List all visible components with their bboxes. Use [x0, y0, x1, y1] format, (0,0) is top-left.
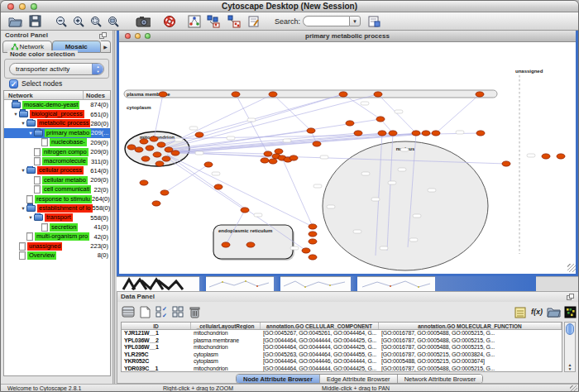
node-color-dropdown[interactable]: transporter activity ▲▼: [9, 63, 104, 75]
background-window-sliver[interactable]: [117, 276, 199, 291]
network-node[interactable]: [195, 132, 203, 137]
column-header[interactable]: _cellularLayoutRegion: [191, 323, 261, 329]
network-node[interactable]: [150, 136, 158, 141]
tree-row[interactable]: mosaic-demo-yeast874(0): [4, 100, 110, 109]
network-node[interactable]: [222, 242, 230, 247]
tab-edge-attribute-browser[interactable]: Edge Attribute Browser: [320, 375, 398, 383]
network-node[interactable]: [432, 131, 440, 136]
function-builder-button[interactable]: f(x): [529, 304, 544, 319]
help-button[interactable]: [162, 14, 177, 29]
open-session-button[interactable]: [7, 14, 22, 29]
network-selection-button[interactable]: [227, 14, 242, 29]
tab-node-attribute-browser[interactable]: Node Attribute Browser: [237, 375, 320, 383]
tree-row[interactable]: secretion41(0): [4, 222, 110, 232]
tree-row[interactable]: ▼biological_process651(0): [4, 109, 110, 118]
zoom-out-button[interactable]: [54, 14, 69, 29]
network-node[interactable]: [246, 242, 255, 247]
network-node[interactable]: [374, 92, 382, 97]
network-node[interactable]: [302, 248, 310, 253]
disclosure-triangle[interactable]: ▼: [27, 215, 34, 220]
network-node[interactable]: [157, 142, 165, 147]
search-input[interactable]: [303, 16, 349, 26]
network-node[interactable]: [141, 156, 150, 161]
network-node[interactable]: [378, 131, 386, 136]
network-view-window[interactable]: primary metabolic process plasma membran…: [117, 31, 578, 276]
notes-button[interactable]: [513, 304, 528, 319]
network-node[interactable]: [135, 147, 143, 152]
import-attributes-button[interactable]: [546, 304, 561, 319]
column-header[interactable]: ID: [122, 323, 191, 329]
network-node[interactable]: [309, 224, 317, 229]
table-row[interactable]: YPL036W__2plasma membrane[GO:0044464, GO…: [122, 337, 562, 345]
network-window-titlebar[interactable]: primary metabolic process: [119, 31, 576, 42]
scrollbar-arrows-icon[interactable]: ▲▼: [565, 363, 575, 371]
network-node[interactable]: [140, 180, 148, 185]
network-node[interactable]: [204, 162, 213, 167]
network-edge[interactable]: [378, 94, 416, 133]
network-node[interactable]: [156, 161, 164, 166]
network-node[interactable]: [264, 151, 272, 156]
network-node[interactable]: [290, 155, 298, 160]
network-node[interactable]: [313, 141, 321, 146]
network-node[interactable]: [232, 92, 240, 97]
background-window-sliver[interactable]: [280, 276, 351, 291]
tree-row[interactable]: ▼primary metabo209(...: [4, 128, 110, 137]
column-header[interactable]: annotation.GO CELLULAR_COMPONENT: [261, 323, 379, 329]
network-node[interactable]: [241, 208, 249, 213]
network-node[interactable]: [159, 92, 167, 97]
tree-row[interactable]: cell communicati22(0): [4, 185, 110, 194]
delete-attribute-button[interactable]: [187, 304, 202, 319]
annotation-button[interactable]: [246, 14, 261, 29]
network-node[interactable]: [339, 92, 347, 97]
scrollbar-thumb[interactable]: [566, 323, 574, 335]
tree-row[interactable]: response to stimulu264(0): [4, 194, 110, 203]
tree-row[interactable]: unassigned223(0): [4, 241, 110, 251]
network-node[interactable]: [502, 161, 510, 166]
network-node[interactable]: [269, 159, 277, 164]
tree-row[interactable]: nitrogen compo209(0): [4, 147, 110, 156]
network-node[interactable]: [214, 184, 223, 189]
network-edge[interactable]: [436, 94, 480, 133]
table-row[interactable]: YKR052Ccytoplasm[GO:0044464, GO:0044446,…: [122, 358, 562, 366]
tree-row[interactable]: Overview8(0): [4, 251, 110, 260]
network-node[interactable]: [171, 151, 179, 155]
table-row[interactable]: YJR121W__1mitochondrion[GO:0045267, GO:0…: [122, 330, 562, 337]
zoom-in-button[interactable]: [71, 14, 86, 29]
tree-row[interactable]: nucleobase-209(0): [4, 138, 110, 147]
network-node[interactable]: [354, 131, 362, 136]
network-node[interactable]: [476, 92, 484, 97]
network-node[interactable]: [389, 131, 397, 136]
network-node[interactable]: [162, 156, 170, 161]
table-row[interactable]: YDR039C__1mitochondrion[GO:0044464, GO:0…: [122, 366, 562, 372]
tree-row[interactable]: macromolecule311(0): [4, 156, 110, 165]
network-node[interactable]: [275, 149, 283, 154]
zoom-selected-button[interactable]: [89, 14, 103, 29]
network-node[interactable]: [346, 121, 354, 126]
network-node[interactable]: [476, 131, 485, 136]
tree-row[interactable]: cellular metabo209(0): [4, 175, 110, 184]
float-panel-icon[interactable]: [567, 294, 575, 301]
disclosure-triangle[interactable]: ▼: [20, 121, 26, 126]
network-node[interactable]: [422, 131, 430, 136]
advanced-search-button[interactable]: [366, 14, 381, 29]
disclosure-triangle[interactable]: ▼: [20, 168, 26, 173]
network-node[interactable]: [127, 145, 136, 150]
more-tabs-button[interactable]: ▶: [101, 41, 111, 53]
snapshot-button[interactable]: [136, 14, 151, 29]
new-network-button[interactable]: [206, 14, 221, 29]
plasma-membrane-region[interactable]: [124, 90, 497, 98]
tree-row[interactable]: ▼transport558(0): [4, 213, 110, 222]
select-nodes-checkbox[interactable]: ✓: [9, 79, 18, 88]
network-node[interactable]: [261, 158, 269, 163]
table-row[interactable]: YPL036W__1mitochondrion[GO:0044464, GO:0…: [122, 344, 562, 351]
save-session-button[interactable]: [27, 14, 42, 29]
tree-row[interactable]: ▼establishment of lo558(0): [4, 203, 110, 213]
network-node[interactable]: [152, 201, 160, 206]
network-node[interactable]: [309, 255, 317, 260]
table-scrollbar[interactable]: ▲▼: [564, 322, 576, 372]
network-node[interactable]: [140, 139, 148, 144]
tree-row[interactable]: multi-organism pro42(0): [4, 232, 110, 241]
table-options-button[interactable]: [121, 304, 136, 319]
zoom-fit-button[interactable]: [106, 14, 121, 29]
network-node[interactable]: [412, 131, 420, 136]
